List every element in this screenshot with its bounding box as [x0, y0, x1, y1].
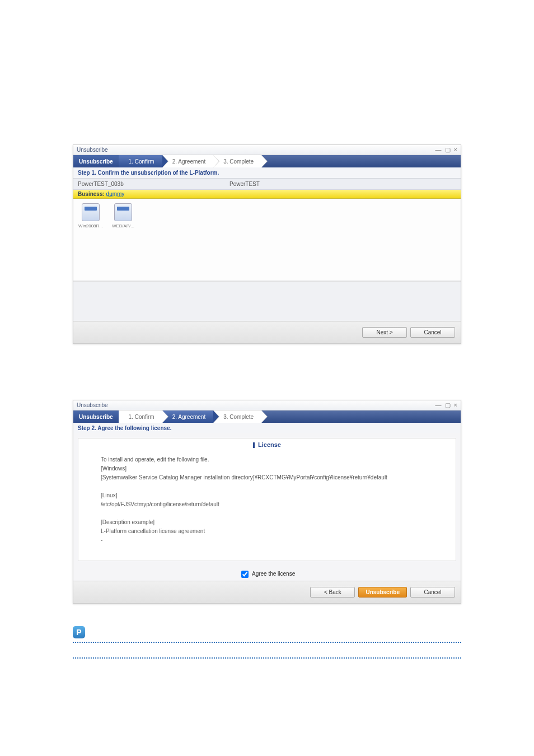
- agree-row: Agree the license: [73, 566, 461, 581]
- license-line: L-Platform cancellation license agreemen…: [101, 527, 433, 536]
- minimize-icon[interactable]: —: [435, 147, 442, 153]
- topology-canvas: Win2008R... WEB/AP/...: [73, 199, 461, 281]
- agree-checkbox[interactable]: [241, 571, 249, 578]
- license-line: [Systemwalker Service Catalog Manager in…: [101, 473, 433, 482]
- lplatform-info-row: PowerTEST_003b PowerTEST: [73, 178, 461, 190]
- note-area: P: [73, 626, 461, 659]
- wizard-steps: Unsubscribe 1. Confirm 2. Agreement 3. C…: [73, 410, 461, 423]
- server-item[interactable]: WEB/AP/...: [110, 203, 136, 276]
- license-panel: License To install and operate, edit the…: [78, 438, 456, 561]
- dotted-divider: [73, 657, 461, 659]
- server-label: Win2008R...: [78, 223, 104, 228]
- license-line: -: [101, 536, 433, 545]
- window-agreement: Unsubscribe — ▢ × Unsubscribe 1. Confirm…: [73, 400, 461, 604]
- wizard-title: Unsubscribe: [73, 410, 119, 423]
- business-bar: Business: dummy: [73, 190, 461, 199]
- close-icon[interactable]: ×: [454, 147, 457, 153]
- next-button[interactable]: Next >: [362, 327, 407, 338]
- window-confirm: Unsubscribe — ▢ × Unsubscribe 1. Confirm…: [73, 144, 461, 344]
- minimize-icon[interactable]: —: [435, 402, 442, 408]
- point-icon: P: [73, 626, 85, 638]
- step-agreement[interactable]: 2. Agreement: [162, 155, 213, 167]
- window-title: Unsubscribe: [77, 402, 108, 408]
- wizard-title: Unsubscribe: [73, 155, 119, 167]
- lplatform-id: PowerTEST_003b: [73, 179, 225, 189]
- restore-icon[interactable]: ▢: [445, 147, 451, 153]
- wizard-steps: Unsubscribe 1. Confirm 2. Agreement 3. C…: [73, 155, 461, 167]
- window-titlebar: Unsubscribe — ▢ ×: [73, 400, 461, 410]
- license-text: To install and operate, edit the followi…: [78, 451, 456, 561]
- step-complete[interactable]: 3. Complete: [213, 410, 261, 423]
- step-instruction: Step 2. Agree the following license.: [73, 423, 461, 433]
- window-controls: — ▢ ×: [435, 147, 457, 153]
- agree-label: Agree the license: [252, 571, 295, 577]
- window-controls: — ▢ ×: [435, 402, 457, 408]
- step-agreement[interactable]: 2. Agreement: [162, 410, 213, 423]
- dotted-divider: [73, 642, 461, 643]
- window-footer: < Back Unsubscribe Cancel: [73, 581, 461, 603]
- license-line: [Windows]: [101, 464, 433, 473]
- lplatform-name: PowerTEST: [225, 179, 264, 189]
- step-confirm[interactable]: 1. Confirm: [119, 155, 162, 167]
- license-line: [Description example]: [101, 518, 433, 527]
- step-confirm[interactable]: 1. Confirm: [119, 410, 162, 423]
- window-footer: Next > Cancel: [73, 321, 461, 343]
- server-item[interactable]: Win2008R...: [78, 203, 104, 276]
- unsubscribe-button[interactable]: Unsubscribe: [358, 587, 407, 598]
- license-line: To install and operate, edit the followi…: [101, 455, 433, 464]
- business-label: Business:: [78, 191, 105, 197]
- cancel-button[interactable]: Cancel: [410, 587, 455, 598]
- window-title: Unsubscribe: [77, 147, 108, 153]
- close-icon[interactable]: ×: [454, 402, 457, 408]
- server-icon: [114, 203, 132, 221]
- cancel-button[interactable]: Cancel: [410, 327, 455, 338]
- window-titlebar: Unsubscribe — ▢ ×: [73, 145, 461, 155]
- step-instruction: Step 1. Confirm the unsubscription of th…: [73, 167, 461, 178]
- server-label: WEB/AP/...: [110, 223, 136, 228]
- detail-panel: [73, 281, 461, 321]
- license-line: [Linux]: [101, 491, 433, 500]
- business-value[interactable]: dummy: [106, 191, 125, 197]
- server-icon: [82, 203, 100, 221]
- license-heading: License: [78, 438, 456, 451]
- license-line: /etc/opt/FJSVctmyp/config/license/return…: [101, 500, 433, 509]
- back-button[interactable]: < Back: [310, 587, 355, 598]
- step-complete[interactable]: 3. Complete: [213, 155, 261, 167]
- restore-icon[interactable]: ▢: [445, 402, 451, 408]
